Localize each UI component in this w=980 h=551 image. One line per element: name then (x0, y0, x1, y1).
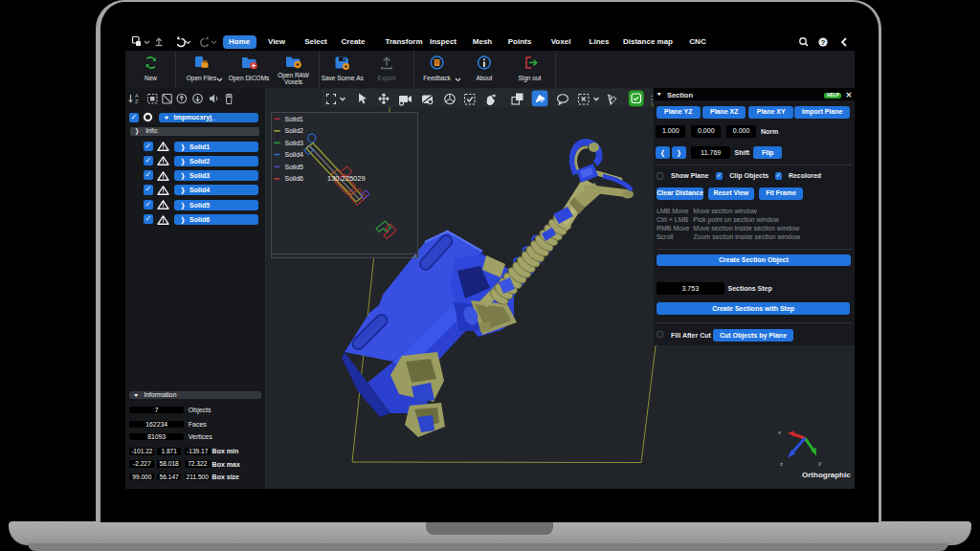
svg-text:?: ? (821, 38, 826, 47)
svg-text:Z: Z (135, 99, 139, 104)
svg-text:z: z (780, 461, 783, 467)
svg-text:Solid1: Solid1 (285, 116, 304, 122)
svg-text:Solid3: Solid3 (285, 140, 304, 146)
svg-text:Solid6: Solid6 (285, 175, 304, 182)
svg-text:Solid2: Solid2 (285, 127, 304, 134)
svg-text:Solid4: Solid4 (285, 151, 304, 158)
svg-text:Solid5: Solid5 (285, 164, 304, 170)
svg-text:A: A (135, 93, 139, 99)
svg-text:130.225029: 130.225029 (327, 174, 366, 183)
svg-text:x: x (778, 430, 781, 435)
svg-text:y: y (818, 460, 821, 466)
